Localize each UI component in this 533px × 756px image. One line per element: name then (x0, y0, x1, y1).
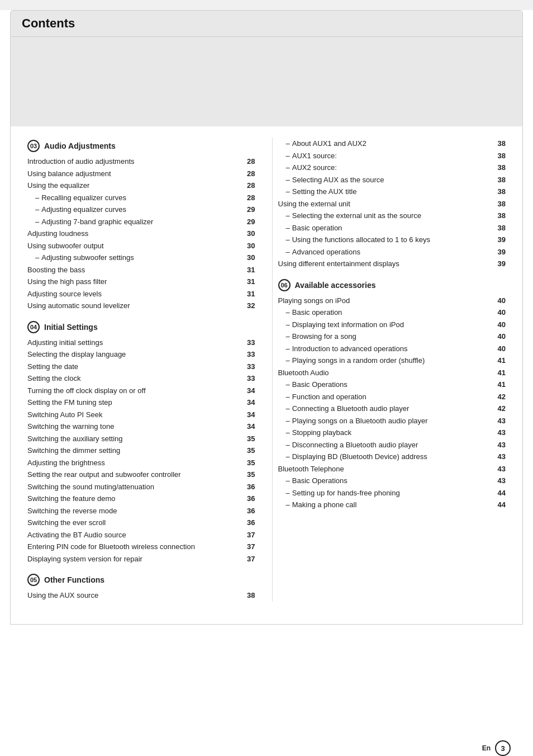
section-06-entry-12: – Disconnecting a Bluetooth audio player… (278, 439, 506, 451)
section-04-header: 04 Initial Settings (27, 321, 255, 333)
section-06-entry-0: Playing songs on iPod 40 (278, 295, 506, 307)
section-04-entry-18: Displaying system version for repair 37 (27, 553, 255, 565)
section-06-badge: 06 (278, 279, 291, 291)
section-06-entry-1: – Basic operation 40 (278, 306, 506, 319)
section-05-r-entry-10: – Advanced operations 39 (278, 246, 506, 258)
section-06-header: 06 Available accessories (278, 279, 506, 291)
section-03-entry-6: Adjusting loudness 30 (27, 228, 255, 240)
section-06-entry-3: – Browsing for a song 40 (278, 330, 506, 343)
section-04-entry-13: Switching the feature demo 36 (27, 493, 255, 505)
section-06-entry-14: Bluetooth Telephone 43 (278, 463, 506, 475)
section-06-title: Available accessories (295, 281, 376, 290)
section-06-entry-4: – Introduction to advanced operations 40 (278, 343, 506, 355)
footer-lang: En (482, 744, 491, 752)
section-06-entry-2: – Displaying text information on iPod 40 (278, 319, 506, 331)
section-05-r-entry-1: – About AUX1 and AUX2 38 (278, 138, 506, 150)
section-05-r-entry-9: – Using the functions allocated to 1 to … (278, 234, 506, 246)
section-03-entry-8: – Adjusting subwoofer settings 30 (27, 252, 255, 264)
section-04-entry-11: Setting the rear output and subwoofer co… (27, 469, 255, 481)
section-06-entry-15: – Basic Operations 43 (278, 475, 506, 487)
section-04-entry-7: Switching the warning tone 34 (27, 420, 255, 433)
section-03-entry-0: Introduction of audio adjustments 28 (27, 155, 255, 168)
section-03-entry-2: Using the equalizer 28 (27, 179, 255, 192)
section-03-entry-4: – Adjusting equalizer curves 29 (27, 204, 255, 216)
section-03-entry-11: Adjusting source levels 31 (27, 288, 255, 300)
section-05-badge: 05 (27, 574, 40, 586)
main-content: 03 Audio Adjustments Introduction of aud… (10, 126, 523, 625)
section-05-r-entry-8: – Basic operation 38 (278, 222, 506, 234)
section-06-entry-8: – Function and operation 42 (278, 391, 506, 403)
section-06-entry-13: – Displaying BD (Bluetooth Device) addre… (278, 451, 506, 463)
section-05-entry-0: Using the AUX source 38 (27, 589, 255, 602)
section-04-title: Initial Settings (44, 323, 98, 332)
header: Contents (10, 10, 523, 37)
section-06-entry-5: – Playing songs in a random order (shuff… (278, 355, 506, 367)
section-05-title: Other Functions (44, 575, 104, 584)
section-03-entry-1: Using balance adjustment 28 (27, 168, 255, 180)
section-06-entry-11: – Stopping playback 43 (278, 427, 506, 439)
left-column: 03 Audio Adjustments Introduction of aud… (27, 138, 261, 602)
section-03-entry-9: Boosting the bass 31 (27, 264, 255, 276)
section-05-r-entry-5: – Setting the AUX title 38 (278, 186, 506, 198)
section-03-entry-3: – Recalling equalizer curves 28 (27, 192, 255, 204)
section-06-entry-6: Bluetooth Audio 41 (278, 367, 506, 379)
section-03-entry-10: Using the high pass filter 31 (27, 276, 255, 288)
section-04-badge: 04 (27, 321, 40, 333)
page-title: Contents (22, 16, 75, 31)
section-04-entry-6: Switching Auto PI Seek 34 (27, 409, 255, 421)
page: Contents 03 Audio Adjustments Introducti… (0, 10, 533, 756)
section-04-entry-2: Setting the date 33 (27, 361, 255, 373)
section-05-r-entry-2: – AUX1 source: 38 (278, 150, 506, 162)
section-04-entry-1: Selecting the display language 33 (27, 348, 255, 361)
section-04-entry-15: Switching the ever scroll 36 (27, 517, 255, 529)
section-04-entry-17: Entering PIN code for Bluetooth wireless… (27, 541, 255, 553)
footer-page-number: 3 (495, 740, 511, 756)
section-06-entry-10: – Playing songs on a Bluetooth audio pla… (278, 415, 506, 427)
section-03-title: Audio Adjustments (44, 141, 116, 150)
section-05-header: 05 Other Functions (27, 574, 255, 586)
section-05-r-entry-11: Using different entertainment displays 3… (278, 258, 506, 270)
section-05-r-entry-4: – Selecting AUX as the source 38 (278, 174, 506, 186)
section-03-header: 03 Audio Adjustments (27, 140, 255, 152)
section-03-badge: 03 (27, 140, 40, 152)
section-04-entry-8: Switching the auxiliary setting 35 (27, 433, 255, 445)
footer: En 3 (482, 740, 511, 756)
section-04-entry-14: Switching the reverse mode 36 (27, 505, 255, 517)
section-05-r-entry-3: – AUX2 source: 38 (278, 162, 506, 174)
section-04-entry-9: Switching the dimmer setting 35 (27, 445, 255, 457)
section-04-entry-4: Turning the off clock display on or off … (27, 385, 255, 397)
right-column: – About AUX1 and AUX2 38 – AUX1 source: … (272, 138, 506, 602)
gray-area (10, 37, 523, 126)
section-03-entry-12: Using automatic sound levelizer 32 (27, 300, 255, 312)
section-04-entry-0: Adjusting initial settings 33 (27, 337, 255, 349)
section-04-entry-16: Activating the BT Audio source 37 (27, 529, 255, 541)
section-06-entry-16: – Setting up for hands-free phoning 44 (278, 487, 506, 499)
section-04-entry-3: Setting the clock 33 (27, 372, 255, 385)
section-04-entry-10: Adjusting the brightness 35 (27, 457, 255, 469)
section-04-entry-5: Setting the FM tuning step 34 (27, 396, 255, 409)
section-06-entry-9: – Connecting a Bluetooth audio player 42 (278, 403, 506, 415)
section-06-entry-7: – Basic Operations 41 (278, 379, 506, 391)
section-03-entry-5: – Adjusting 7-band graphic equalizer 29 (27, 216, 255, 228)
section-06-entry-17: – Making a phone call 44 (278, 499, 506, 511)
section-05-r-entry-7: – Selecting the external unit as the sou… (278, 210, 506, 222)
section-04-entry-12: Switching the sound muting/attenuation 3… (27, 481, 255, 493)
section-05-r-entry-6: Using the external unit 38 (278, 198, 506, 210)
section-03-entry-7: Using subwoofer output 30 (27, 240, 255, 252)
